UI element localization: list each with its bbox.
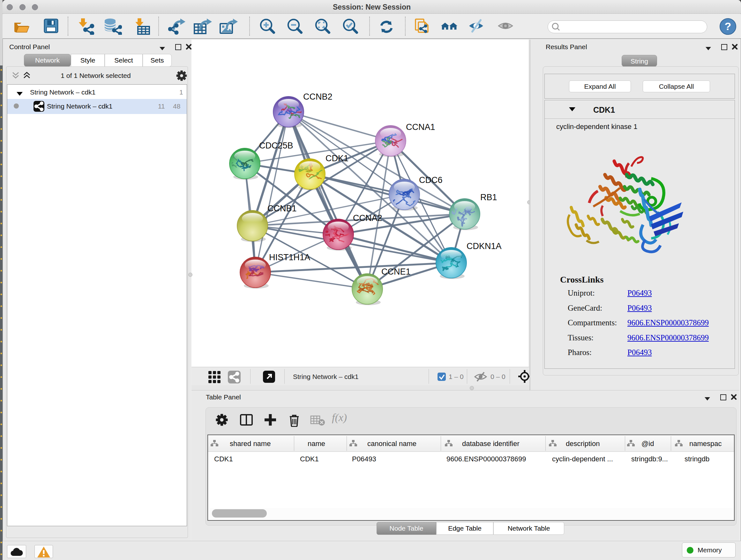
- svg-text:CDK1: CDK1: [326, 153, 348, 163]
- svg-text:CDC25B: CDC25B: [259, 141, 293, 150]
- svg-text:CDC6: CDC6: [419, 175, 443, 185]
- svg-text:CDKN1A: CDKN1A: [467, 241, 502, 251]
- svg-text:CCNA1: CCNA1: [406, 122, 435, 132]
- svg-text:HIST1H1A: HIST1H1A: [269, 253, 310, 262]
- svg-text:CCNB2: CCNB2: [303, 92, 333, 102]
- svg-text:?: ?: [725, 20, 731, 32]
- svg-text:CCNB1: CCNB1: [267, 204, 297, 213]
- svg-text:CCNA2: CCNA2: [353, 213, 382, 223]
- svg-text:RB1: RB1: [480, 192, 497, 202]
- svg-text:CCNE1: CCNE1: [381, 267, 411, 276]
